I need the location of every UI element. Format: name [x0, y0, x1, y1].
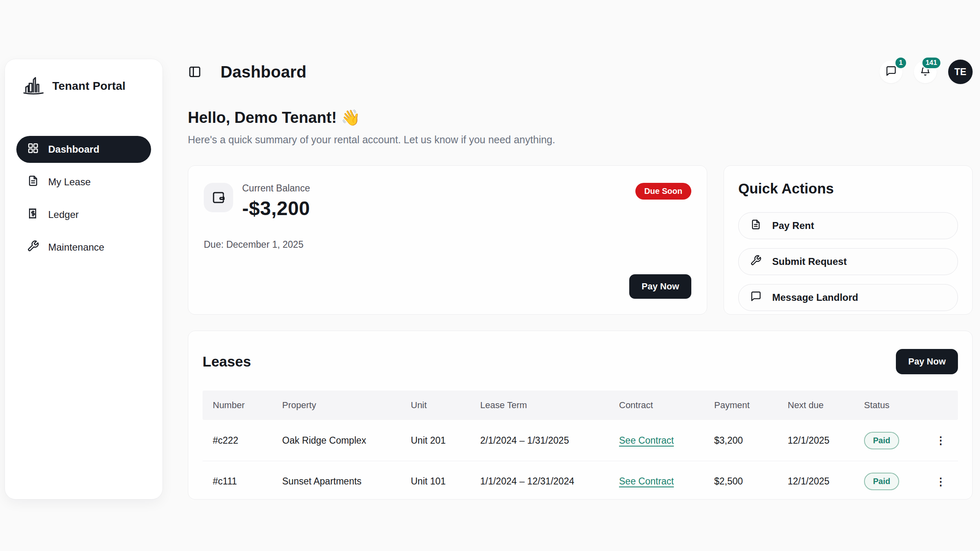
- greeting-title: Hello, Demo Tenant! 👋: [188, 109, 555, 127]
- avatar[interactable]: TE: [948, 60, 973, 84]
- lease-payment: $3,200: [714, 435, 788, 446]
- document-icon: [750, 219, 762, 233]
- receipt-icon: [27, 207, 39, 222]
- column-header: Status: [864, 400, 935, 411]
- see-contract-link[interactable]: See Contract: [619, 476, 674, 487]
- sidebar-item-dashboard[interactable]: Dashboard: [16, 136, 151, 163]
- balance-amount: -$3,200: [242, 197, 310, 220]
- lease-property: Oak Ridge Complex: [282, 435, 411, 446]
- leases-card: Leases Pay Now Number Property Unit Leas…: [188, 331, 973, 500]
- see-contract-link[interactable]: See Contract: [619, 435, 674, 446]
- lease-term: 1/1/2024 – 12/31/2024: [480, 476, 619, 487]
- brand: Tenant Portal: [16, 74, 151, 98]
- column-header: Next due: [788, 400, 864, 411]
- chat-icon: [750, 291, 762, 304]
- notifications-button[interactable]: 141: [914, 60, 937, 83]
- lease-term: 2/1/2024 – 1/31/2025: [480, 435, 619, 446]
- column-header: Payment: [714, 400, 788, 411]
- sidebar-item-label: Maintenance: [48, 242, 104, 253]
- message-landlord-button[interactable]: Message Landlord: [738, 284, 958, 311]
- balance-label: Current Balance: [242, 183, 310, 194]
- messages-count-badge: 1: [894, 56, 907, 69]
- table-row: #c222 Oak Ridge Complex Unit 201 2/1/202…: [203, 420, 958, 461]
- sidebar-item-label: My Lease: [48, 176, 91, 188]
- sidebar-item-ledger[interactable]: Ledger: [16, 201, 151, 228]
- sidebar-toggle-icon[interactable]: [188, 65, 202, 79]
- lease-unit: Unit 101: [411, 476, 480, 487]
- lease-payment: $2,500: [714, 476, 788, 487]
- due-date-text: Due: December 1, 2025: [204, 239, 691, 250]
- wrench-icon: [750, 255, 762, 269]
- pay-now-button[interactable]: Pay Now: [629, 274, 691, 299]
- quick-actions-title: Quick Actions: [738, 180, 958, 197]
- column-header: Lease Term: [480, 400, 619, 411]
- quick-action-label: Submit Request: [772, 256, 847, 267]
- chat-icon: [885, 65, 897, 78]
- buildings-logo-icon: [22, 74, 45, 98]
- table-header-row: Number Property Unit Lease Term Contract…: [203, 391, 958, 420]
- row-menu-button[interactable]: ⋮: [935, 476, 949, 487]
- lease-number: #c222: [213, 435, 282, 446]
- lease-unit: Unit 201: [411, 435, 480, 446]
- status-badge: Paid: [864, 432, 899, 449]
- sidebar-nav: Dashboard My Lease Ledger: [16, 136, 151, 261]
- quick-actions-card: Quick Actions Pay Rent Submit Request: [724, 165, 973, 315]
- lease-number: #c111: [213, 476, 282, 487]
- quick-action-label: Message Landlord: [772, 292, 858, 303]
- top-actions: 1 141 TE: [880, 60, 973, 84]
- wrench-icon: [27, 240, 39, 255]
- leases-table: Number Property Unit Lease Term Contract…: [203, 391, 958, 500]
- wallet-icon: [204, 183, 233, 212]
- leases-pay-now-button[interactable]: Pay Now: [896, 349, 958, 374]
- lease-next-due: 12/1/2025: [788, 476, 864, 487]
- messages-button[interactable]: 1: [880, 60, 902, 83]
- lease-property: Sunset Apartments: [282, 476, 411, 487]
- quick-action-label: Pay Rent: [772, 220, 814, 231]
- balance-card: Current Balance -$3,200 Due Soon Due: De…: [188, 165, 707, 315]
- document-icon: [27, 175, 39, 189]
- page-title: Dashboard: [220, 63, 307, 81]
- column-header: Number: [213, 400, 282, 411]
- dashboard-grid-icon: [27, 142, 39, 157]
- lease-next-due: 12/1/2025: [788, 435, 864, 446]
- row-menu-button[interactable]: ⋮: [935, 435, 949, 446]
- brand-name: Tenant Portal: [52, 80, 125, 93]
- sidebar-item-label: Dashboard: [48, 144, 99, 155]
- column-header: Property: [282, 400, 411, 411]
- greeting-subtitle: Here's a quick summary of your rental ac…: [188, 134, 555, 146]
- pay-rent-button[interactable]: Pay Rent: [738, 212, 958, 239]
- greeting: Hello, Demo Tenant! 👋 Here's a quick sum…: [188, 109, 555, 146]
- sidebar-item-label: Ledger: [48, 209, 79, 220]
- sidebar: Tenant Portal Dashboard: [5, 59, 163, 499]
- due-soon-badge: Due Soon: [635, 183, 691, 200]
- sidebar-item-maintenance[interactable]: Maintenance: [16, 234, 151, 261]
- sidebar-item-my-lease[interactable]: My Lease: [16, 169, 151, 196]
- leases-title: Leases: [203, 353, 251, 370]
- topbar: Dashboard 1 141 TE: [188, 57, 973, 87]
- table-row: #c111 Sunset Apartments Unit 101 1/1/202…: [203, 461, 958, 500]
- submit-request-button[interactable]: Submit Request: [738, 248, 958, 275]
- status-badge: Paid: [864, 473, 899, 490]
- column-header: Contract: [619, 400, 714, 411]
- column-header: Unit: [411, 400, 480, 411]
- notifications-count-badge: 141: [921, 56, 942, 69]
